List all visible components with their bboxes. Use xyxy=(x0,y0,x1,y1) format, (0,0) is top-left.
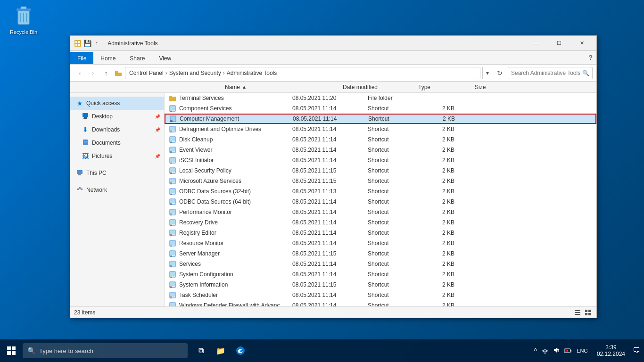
tray-network-icon[interactable] xyxy=(540,347,550,355)
maximize-button[interactable]: ☐ xyxy=(548,36,570,51)
file-name: ODBC Data Sources (32-bit) xyxy=(179,188,292,195)
column-name-header[interactable]: Name ▲ xyxy=(221,84,339,90)
table-row[interactable]: ⊞Services08.05.2021 11:14Shortcut2 KB xyxy=(165,259,596,269)
task-view-button[interactable]: ⧉ xyxy=(191,339,210,362)
shortcut-icon: ⊞ xyxy=(169,271,176,278)
address-dropdown-button[interactable]: ▾ xyxy=(482,67,492,79)
sidebar-item-desktop[interactable]: Desktop 📌 xyxy=(70,110,164,123)
tray-lang-icon[interactable]: ENG xyxy=(575,348,589,354)
recycle-bin-label: Recycle Bin xyxy=(10,29,37,35)
file-name: Server Manager xyxy=(179,250,292,257)
taskbar: 🔍 Type here to search ⧉ 📁 ^ xyxy=(0,339,644,362)
column-size-header[interactable]: Size xyxy=(471,84,509,90)
column-type-header[interactable]: Type xyxy=(414,84,471,90)
shortcut-icon: ⊞ xyxy=(169,125,176,133)
shortcut-icon: ⊞ xyxy=(169,177,176,185)
file-date: 08.05.2021 11:20 xyxy=(292,95,368,101)
table-row[interactable]: ⊞Local Security Policy08.05.2021 11:15Sh… xyxy=(165,165,596,176)
recycle-bin-icon[interactable]: Recycle Bin xyxy=(7,5,40,35)
table-row[interactable]: ⊞Recovery Drive08.05.2021 11:14Shortcut2… xyxy=(165,217,596,228)
edge-button[interactable] xyxy=(231,339,250,362)
table-row[interactable]: ⊞Windows Defender Firewall with Advanc..… xyxy=(165,300,596,306)
refresh-button[interactable]: ↻ xyxy=(494,67,506,79)
close-button[interactable]: ✕ xyxy=(571,36,593,51)
table-row[interactable]: ⊞ODBC Data Sources (32-bit)08.05.2021 11… xyxy=(165,186,596,197)
tiles-view-button[interactable] xyxy=(583,308,593,317)
file-size: 2 KB xyxy=(424,147,462,153)
sidebar-item-quick-access[interactable]: ★ Quick access xyxy=(70,97,164,110)
svg-rect-8 xyxy=(78,41,80,43)
table-row[interactable]: ⊞iSCSI Initiator08.05.2021 11:14Shortcut… xyxy=(165,155,596,165)
file-type: Shortcut xyxy=(368,209,424,215)
svg-rect-2 xyxy=(21,7,26,9)
tab-view[interactable]: View xyxy=(152,52,178,64)
table-row[interactable]: ⊞Event Viewer08.05.2021 11:14Shortcut2 K… xyxy=(165,145,596,155)
table-row[interactable]: ⊞Resource Monitor08.05.2021 11:14Shortcu… xyxy=(165,238,596,248)
svg-rect-22 xyxy=(78,175,82,175)
svg-text:⊞: ⊞ xyxy=(170,296,172,299)
file-explorer-button[interactable]: 📁 xyxy=(211,339,230,362)
file-date: 08.05.2021 11:14 xyxy=(292,198,368,205)
up-button[interactable]: ↑ xyxy=(100,67,112,79)
sidebar-item-this-pc[interactable]: This PC xyxy=(70,166,164,180)
table-row[interactable]: ⊞Component Services08.05.2021 11:14Short… xyxy=(165,103,596,114)
help-button[interactable]: ? xyxy=(585,51,596,64)
table-row[interactable]: ⊞Registry Editor08.05.2021 11:14Shortcut… xyxy=(165,228,596,238)
svg-rect-21 xyxy=(78,174,81,175)
file-size: 2 KB xyxy=(424,209,462,215)
sidebar-item-network[interactable]: Network xyxy=(70,183,164,197)
start-button[interactable] xyxy=(0,339,23,362)
column-date-header[interactable]: Date modified xyxy=(339,84,414,90)
tray-battery-icon[interactable]: ! xyxy=(563,347,573,354)
sidebar-item-pictures[interactable]: 🖼 Pictures 📌 xyxy=(70,149,164,163)
address-path[interactable]: Control Panel › System and Security › Ad… xyxy=(125,67,480,79)
svg-text:⊞: ⊞ xyxy=(170,223,172,226)
forward-button[interactable]: › xyxy=(87,67,99,79)
file-date: 08.05.2021 11:14 xyxy=(292,219,368,226)
svg-rect-116 xyxy=(585,313,587,315)
table-row[interactable]: ⊞Disk Cleanup08.05.2021 11:14Shortcut2 K… xyxy=(165,134,596,145)
notification-button[interactable]: 🗨 xyxy=(629,339,644,362)
taskbar-search[interactable]: 🔍 Type here to search xyxy=(23,343,188,358)
table-row[interactable]: ⊞Microsoft Azure Services08.05.2021 11:1… xyxy=(165,176,596,186)
file-name: Local Security Policy xyxy=(179,167,292,174)
file-name: Computer Management xyxy=(180,115,293,122)
table-row[interactable]: ⊞System Information08.05.2021 11:15Short… xyxy=(165,280,596,290)
svg-rect-30 xyxy=(169,96,172,98)
table-row[interactable]: Terminal Services08.05.2021 11:20File fo… xyxy=(165,93,596,103)
location-icon[interactable] xyxy=(114,68,123,78)
tab-file[interactable]: File xyxy=(70,52,93,64)
table-row[interactable]: ⊞Computer Management08.05.2021 11:14Shor… xyxy=(165,114,596,124)
tray-volume-icon[interactable] xyxy=(552,347,561,355)
details-view-button[interactable] xyxy=(573,308,582,317)
sidebar-item-downloads[interactable]: ⬇ Downloads 📌 xyxy=(70,123,164,136)
table-row[interactable]: ⊞Performance Monitor08.05.2021 11:14Shor… xyxy=(165,207,596,217)
table-row[interactable]: ⊞System Configuration08.05.2021 11:14Sho… xyxy=(165,269,596,280)
search-input[interactable] xyxy=(511,70,582,76)
clock[interactable]: 3:39 02.12.2024 xyxy=(593,344,629,357)
shortcut-icon: ⊞ xyxy=(169,105,176,112)
file-size: 2 KB xyxy=(424,188,462,195)
tray-chevron-icon[interactable]: ^ xyxy=(533,347,539,354)
qat-save-icon[interactable]: 💾 xyxy=(83,40,91,47)
sidebar-item-documents[interactable]: Documents xyxy=(70,136,164,149)
table-row[interactable]: ⊞Server Manager08.05.2021 11:15Shortcut2… xyxy=(165,248,596,259)
svg-text:⊞: ⊞ xyxy=(170,234,172,237)
table-row[interactable]: ⊞Task Scheduler08.05.2021 11:14Shortcut2… xyxy=(165,290,596,300)
column-headers: Name ▲ Date modified Type Size xyxy=(70,82,596,93)
shortcut-icon: ⊞ xyxy=(169,156,176,164)
file-list[interactable]: Terminal Services08.05.2021 11:20File fo… xyxy=(165,93,596,306)
qat-up-icon[interactable]: ↑ xyxy=(93,40,100,47)
minimize-button[interactable]: — xyxy=(526,36,547,51)
tab-share[interactable]: Share xyxy=(123,52,152,64)
table-row[interactable]: ⊞ODBC Data Sources (64-bit)08.05.2021 11… xyxy=(165,197,596,207)
svg-rect-117 xyxy=(588,313,591,315)
search-box[interactable]: 🔍 xyxy=(508,67,593,79)
file-size: 2 KB xyxy=(424,271,462,278)
file-name: System Information xyxy=(179,281,292,288)
tab-home[interactable]: Home xyxy=(93,52,123,64)
file-size: 2 KB xyxy=(424,240,462,247)
back-button[interactable]: ‹ xyxy=(74,67,85,79)
table-row[interactable]: ⊞Defragment and Optimize Drives08.05.202… xyxy=(165,124,596,134)
file-name: ODBC Data Sources (64-bit) xyxy=(179,198,292,205)
